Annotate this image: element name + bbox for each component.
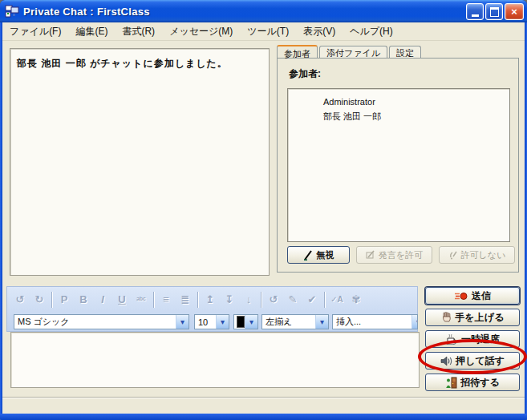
list-style-icon[interactable]: ≡ [156, 289, 176, 310]
window-border-bottom [0, 414, 527, 420]
toolbar-separator [197, 292, 198, 308]
deny-speech-icon [448, 250, 458, 260]
plain-style-icon[interactable]: P [55, 289, 74, 310]
allow-speech-icon [366, 250, 375, 260]
step-away-button[interactable]: 一時退席 [425, 330, 520, 348]
window-title: Private Chat : FirstClass [23, 6, 150, 18]
redo-icon[interactable]: ↻ [30, 289, 49, 310]
insert-value: 挿入... [333, 316, 417, 328]
direction-icon[interactable]: ↓ [239, 289, 258, 310]
menu-help[interactable]: ヘルプ(H) [343, 23, 400, 40]
client-area: ファイル(F) 編集(E) 書式(R) メッセージ(M) ツール(T) 表示(V… [2, 22, 525, 414]
list-item[interactable]: 部長 池田 一郎 [288, 109, 509, 123]
menu-tools[interactable]: ツール(T) [240, 23, 296, 40]
tab-attachments[interactable]: 添付ファイル [319, 46, 387, 59]
participants-list[interactable]: Administrator 部長 池田 一郎 [287, 88, 510, 242]
participants-heading: 参加者: [289, 67, 321, 81]
minimize-button[interactable] [466, 3, 484, 20]
font-family-value: MS ゴシック [14, 316, 176, 328]
color-swatch [237, 316, 245, 328]
toolbar-separator [153, 292, 154, 308]
toolbar-separator [324, 292, 325, 308]
raise-hand-button[interactable]: 手を上げる [425, 309, 520, 326]
menu-view[interactable]: 表示(V) [296, 23, 343, 40]
push-to-talk-button[interactable]: 押して話す [425, 352, 520, 370]
menu-format[interactable]: 書式(R) [115, 23, 162, 40]
allow-speech-button[interactable]: 発言を許可 [356, 246, 432, 264]
abc-style-icon[interactable]: ᵃᵇᶜ [132, 289, 151, 310]
bold-icon[interactable]: B [74, 289, 93, 310]
undo-icon[interactable]: ↺ [10, 289, 30, 310]
format-toolbar: ↺ ↻ P B I U ᵃᵇᶜ ≡ ≣ ↥ ↧ ↓ ↺ ✎ ✔ ✓A [6, 286, 418, 332]
raise-hand-icon [441, 312, 452, 323]
chevron-down-icon: ▾ [411, 315, 418, 329]
rotate-icon[interactable]: ↺ [264, 289, 283, 310]
title-bar: Private Chat : FirstClass × [0, 0, 527, 22]
pen-icon[interactable]: ✎ [283, 289, 302, 310]
invite-button[interactable]: 招待する [425, 374, 520, 391]
minimize-icon [472, 14, 479, 17]
message-input[interactable] [10, 332, 420, 388]
tab-strip: 参加者 添付ファイル 設定 [277, 46, 423, 59]
tab-participants[interactable]: 参加者 [277, 45, 318, 58]
spellcheck-icon[interactable]: ✓A [327, 289, 347, 310]
toolbar-separator [51, 292, 52, 308]
menu-file[interactable]: ファイル(F) [2, 23, 68, 40]
stamp-icon[interactable]: ✾ [347, 289, 366, 310]
chevron-down-icon: ▾ [216, 315, 229, 329]
participant-action-buttons: 無視 発言を許可 [287, 246, 515, 264]
close-icon: × [511, 6, 517, 18]
ignore-icon [303, 250, 314, 260]
send-button[interactable]: 送信 [425, 287, 520, 305]
alignment-value: 左揃え [262, 316, 315, 328]
font-family-select[interactable]: MS ゴシック ▾ [14, 314, 189, 329]
font-color-select[interactable]: ▾ [233, 314, 258, 329]
allow-speech-label: 発言を許可 [379, 249, 423, 261]
maximize-icon [490, 7, 499, 17]
menu-message[interactable]: メッセージ(M) [162, 23, 240, 40]
font-size-select[interactable]: 10 ▾ [194, 314, 229, 329]
private-chat-window: Private Chat : FirstClass × ファイル(F) 編集(E… [0, 0, 527, 420]
invite-label: 招待する [460, 376, 500, 390]
chevron-down-icon: ▾ [315, 315, 328, 329]
send-label: 送信 [472, 289, 491, 303]
push-to-talk-icon [440, 356, 452, 366]
chat-transcript-pane: 部長 池田 一郎 がチャットに参加しました。 [10, 48, 270, 276]
indent-decrease-icon[interactable]: ↥ [201, 289, 220, 310]
chevron-down-icon: ▾ [176, 315, 189, 329]
away-icon [445, 333, 458, 345]
font-size-value: 10 [195, 317, 216, 327]
ignore-label: 無視 [317, 249, 334, 261]
chat-window-icon [5, 5, 19, 18]
signature-icon[interactable]: ✔ [302, 289, 322, 310]
close-button[interactable]: × [505, 3, 524, 20]
alignment-select[interactable]: 左揃え ▾ [261, 314, 329, 329]
chevron-down-icon: ▾ [245, 315, 257, 329]
list-item[interactable]: Administrator [288, 95, 509, 109]
tab-settings[interactable]: 設定 [389, 46, 421, 59]
toolbar-separator [261, 292, 261, 308]
italic-icon[interactable]: I [93, 289, 112, 310]
step-away-label: 一時退席 [461, 333, 500, 346]
participants-panel: 参加者: Administrator 部長 池田 一郎 無視 [277, 58, 519, 273]
numbered-list-icon[interactable]: ≣ [176, 289, 195, 310]
push-to-talk-label: 押して話す [456, 354, 505, 368]
indent-increase-icon[interactable]: ↧ [220, 289, 239, 310]
menu-bar: ファイル(F) 編集(E) 書式(R) メッセージ(M) ツール(T) 表示(V… [2, 22, 525, 41]
invite-icon [445, 377, 457, 389]
ignore-button[interactable]: 無視 [287, 246, 350, 264]
deny-speech-button[interactable]: 許可しない [439, 246, 515, 264]
format-combo-row: MS ゴシック ▾ 10 ▾ ▾ 左揃え ▾ 挿入... ▾ [7, 314, 417, 330]
deny-speech-label: 許可しない [461, 249, 506, 261]
maximize-button[interactable] [485, 3, 503, 20]
underline-icon[interactable]: U [112, 289, 132, 310]
menu-edit[interactable]: 編集(E) [68, 23, 115, 40]
send-icon [454, 291, 468, 301]
transcript-message: 部長 池田 一郎 がチャットに参加しました。 [17, 58, 228, 69]
raise-hand-label: 手を上げる [456, 311, 505, 325]
insert-select[interactable]: 挿入... ▾ [332, 314, 418, 329]
status-bar [2, 398, 525, 409]
format-icon-row: ↺ ↻ P B I U ᵃᵇᶜ ≡ ≣ ↥ ↧ ↓ ↺ ✎ ✔ ✓A [10, 289, 366, 310]
